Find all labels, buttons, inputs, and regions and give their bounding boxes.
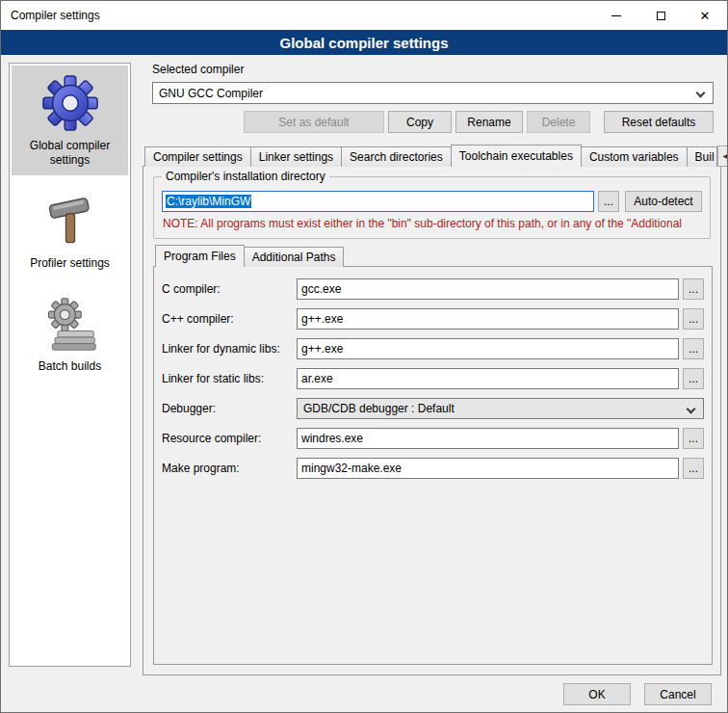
resource-compiler-input[interactable] [297,428,679,449]
field-row-static-linker: Linker for static libs: ... [162,368,704,389]
field-row-resource-compiler: Resource compiler: ... [162,428,704,449]
browse-button[interactable]: ... [683,308,704,330]
gray-gears-icon [41,294,99,354]
tab-search-directories[interactable]: Search directories [341,146,452,167]
compiler-select[interactable]: GNU GCC Compiler [152,82,714,104]
browse-button[interactable]: ... [683,338,704,359]
field-row-dynamic-linker: Linker for dynamic libs: ... [162,338,704,359]
compiler-select-value: GNU GCC Compiler [159,87,263,100]
cpp-compiler-input[interactable] [297,308,679,330]
selected-compiler-label: Selected compiler [152,63,244,76]
field-label: Linker for static libs: [162,372,297,385]
hammer-icon [42,191,98,251]
reset-defaults-button[interactable]: Reset defaults [604,111,714,133]
field-label: Resource compiler: [162,432,297,445]
ok-button[interactable]: OK [563,683,631,705]
close-icon: ✕ [700,10,711,22]
chevron-down-icon [696,89,706,98]
tab-compiler-settings[interactable]: Compiler settings [144,146,251,167]
program-tabs: Program Files Additional Paths [155,245,711,267]
sidebar-item-label: Batch builds [39,359,101,374]
debugger-select[interactable]: GDB/CDB debugger : Default [297,398,704,419]
compiler-tabs: Compiler settings Linker settings Search… [144,145,719,167]
sidebar-item-profiler-settings[interactable]: Profiler settings [12,183,128,278]
debugger-select-value: GDB/CDB debugger : Default [303,402,455,415]
program-files-panel: C compiler: ... C++ compiler: ... Linker… [153,266,713,665]
tab-custom-variables[interactable]: Custom variables [581,146,688,167]
page-title: Global compiler settings [1,30,727,55]
field-row-c-compiler: C compiler: ... [162,278,704,300]
dynamic-libs-linker-input[interactable] [297,338,679,359]
bin-subdirectory-note: NOTE: All programs must exist either in … [163,217,701,230]
field-row-debugger: Debugger: GDB/CDB debugger : Default [162,398,704,419]
installation-directory-value: C:\raylib\MinGW [166,195,251,208]
tab-build-options-truncated[interactable]: Buil [687,146,717,167]
compiler-settings-window: Compiler settings ✕ Global compiler sett… [0,0,728,713]
tab-linker-settings[interactable]: Linker settings [250,146,342,167]
installation-directory-label: Compiler's installation directory [162,170,329,183]
blue-gear-icon [40,73,100,133]
sidebar-item-batch-builds[interactable]: Batch builds [12,286,128,382]
tab-program-files[interactable]: Program Files [155,245,245,267]
tab-additional-paths[interactable]: Additional Paths [244,247,345,267]
tab-toolchain-executables[interactable]: Toolchain executables [451,145,582,167]
field-label: Debugger: [162,402,297,415]
chevron-down-icon [687,405,696,414]
installation-directory-input[interactable]: C:\raylib\MinGW [162,191,594,212]
field-label: Make program: [162,462,297,475]
installation-directory-row: C:\raylib\MinGW ... Auto-detect [162,191,702,212]
spacer [152,111,240,133]
arrow-left-icon: ◄ [721,151,728,161]
copy-button[interactable]: Copy [388,111,452,133]
make-program-input[interactable] [297,458,679,479]
maximize-icon [657,12,665,20]
field-label: C compiler: [162,282,297,296]
close-button[interactable]: ✕ [683,1,727,30]
settings-sidebar: Global compiler settings Profiler settin… [9,63,131,667]
installation-directory-group: Compiler's installation directory C:\ray… [153,176,711,239]
minimize-button[interactable] [594,1,638,30]
maximize-button[interactable] [638,1,683,30]
static-libs-linker-input[interactable] [297,368,679,389]
field-label: Linker for dynamic libs: [162,342,297,356]
auto-detect-button[interactable]: Auto-detect [625,191,702,212]
delete-button[interactable]: Delete [527,111,590,133]
sidebar-item-label: Global compiler settings [13,139,126,168]
browse-button[interactable]: ... [683,458,704,479]
main-panel: Selected compiler GNU GCC Compiler Set a… [143,59,721,675]
tab-scroll-controls: ◄ ► [716,145,728,167]
tab-scroll-left-button[interactable]: ◄ [717,145,728,167]
minimize-icon [611,15,621,16]
browse-button[interactable]: ... [683,428,704,449]
directory-browse-button[interactable]: ... [598,191,619,212]
toolchain-executables-panel: Compiler's installation directory C:\ray… [143,166,721,675]
sidebar-item-global-compiler-settings[interactable]: Global compiler settings [12,66,128,175]
browse-button[interactable]: ... [683,278,704,300]
c-compiler-input[interactable] [297,278,679,300]
compiler-actions: Set as default Copy Rename Delete Reset … [152,111,714,133]
field-row-make-program: Make program: ... [162,458,704,479]
set-as-default-button[interactable]: Set as default [244,111,384,133]
window-title: Compiler settings [1,1,594,30]
rename-button[interactable]: Rename [455,111,523,133]
field-row-cpp-compiler: C++ compiler: ... [162,308,704,330]
sidebar-item-label: Profiler settings [30,256,110,271]
cancel-button[interactable]: Cancel [644,683,712,705]
browse-button[interactable]: ... [683,368,704,389]
field-label: C++ compiler: [162,312,297,326]
titlebar: Compiler settings ✕ [1,1,727,30]
